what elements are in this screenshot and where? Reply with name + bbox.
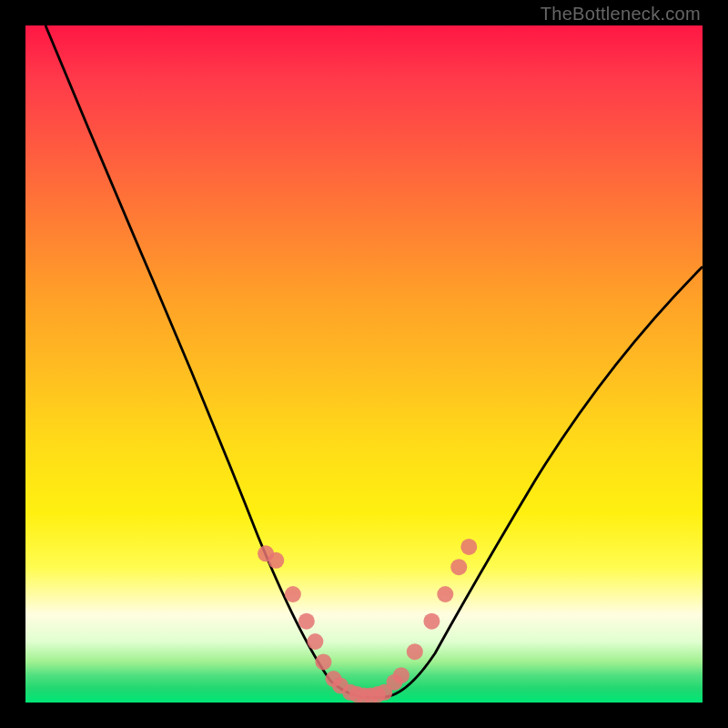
curve-marker	[268, 552, 284, 569]
bottleneck-curve	[46, 25, 703, 697]
watermark-text: TheBottleneck.com	[541, 4, 701, 25]
curve-marker	[393, 667, 410, 683]
curve-marker	[285, 586, 301, 602]
curve-marker	[307, 633, 323, 650]
plot-area	[25, 25, 703, 703]
marker-group	[258, 539, 477, 703]
curve-marker	[437, 586, 453, 602]
curve-marker	[298, 613, 315, 630]
curve-marker	[407, 643, 423, 660]
curve-marker	[450, 559, 467, 575]
curve-marker	[315, 653, 331, 670]
curve-marker	[423, 613, 440, 630]
chart-svg	[25, 25, 703, 703]
curve-marker	[460, 539, 477, 555]
